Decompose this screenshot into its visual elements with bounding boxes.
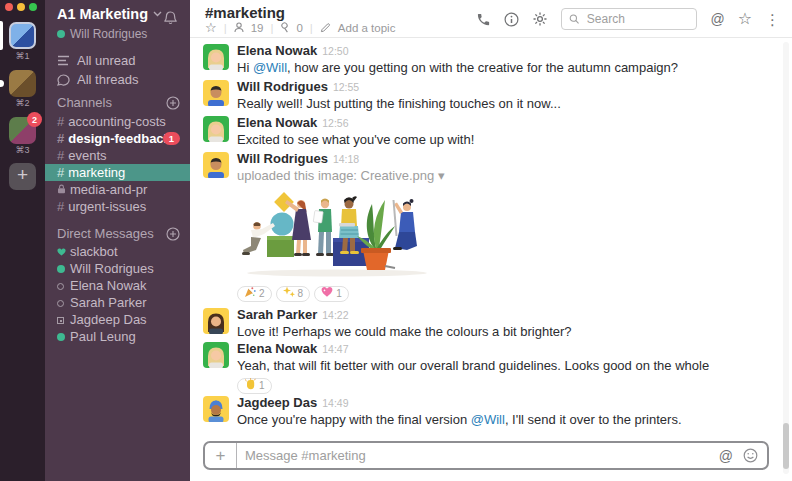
sidebar-item-dm-paul-leung[interactable]: Paul Leung: [45, 328, 190, 345]
info-icon[interactable]: [504, 12, 519, 27]
message-row: Sarah Parker14:22Love it! Perhaps we cou…: [203, 308, 572, 339]
channel-header: #marketing ☆ | 19 | 0 | Add a topic: [190, 0, 792, 38]
channel-hash-prefix: #: [57, 199, 64, 214]
scrollbar-thumb[interactable]: [783, 423, 789, 469]
avatar: [203, 342, 229, 368]
message-author[interactable]: Elena Nowak: [237, 43, 317, 58]
message-input[interactable]: [237, 448, 719, 463]
reaction-tada[interactable]: 2: [237, 286, 272, 302]
active-workspace-indicator: [0, 21, 3, 50]
composer-actions: @: [719, 448, 767, 463]
more-kebab-icon[interactable]: ⋮: [765, 12, 780, 27]
message-header: Elena Nowak14:47: [237, 342, 709, 356]
minimize-window-button[interactable]: [17, 3, 25, 11]
sidebar-item-channel-design-feedback[interactable]: #design-feedback1: [45, 130, 190, 147]
message-text-segment: , how are you getting on with the creati…: [287, 60, 678, 75]
notifications-bell-icon[interactable]: [163, 10, 178, 30]
search-input[interactable]: [585, 11, 690, 27]
star-channel-icon[interactable]: ☆: [205, 21, 217, 34]
scrollbar-track[interactable]: [783, 42, 789, 474]
message-text: Really well! Just putting the finishing …: [237, 97, 561, 111]
sidebar-item-channel-events[interactable]: #events: [45, 147, 190, 164]
add-workspace-button[interactable]: +: [9, 163, 36, 190]
sparkles-emoji: [283, 286, 295, 302]
reaction-count: 2: [259, 287, 265, 301]
message-header: Elena Nowak12:50: [237, 44, 678, 58]
workspace-icon-2[interactable]: [9, 70, 36, 97]
sidebar-item-dm-elena-nowak[interactable]: Elena Nowak: [45, 277, 190, 294]
channel-title: #marketing: [205, 4, 285, 21]
avatar: [203, 396, 229, 422]
threads-icon: [57, 74, 70, 86]
message-author[interactable]: Elena Nowak: [237, 341, 317, 356]
uploaded-image-creative-png[interactable]: [237, 192, 442, 278]
add-channel-icon[interactable]: [166, 96, 180, 110]
message-author[interactable]: Will Rodrigues: [237, 151, 328, 166]
window-controls: [5, 3, 37, 11]
reaction-clap[interactable]: 1: [237, 378, 272, 394]
sidebar-item-all-threads[interactable]: All threads: [57, 70, 138, 89]
divider: |: [310, 22, 313, 34]
message-author[interactable]: Will Rodrigues: [237, 79, 328, 94]
message-content: Elena Nowak14:47Yeah, that will fit bett…: [237, 342, 709, 394]
call-phone-icon[interactable]: [476, 12, 491, 27]
slackbot-heart-icon: [57, 248, 66, 256]
members-icon: [234, 22, 244, 33]
presence-heart-icon: [57, 243, 65, 260]
close-window-button[interactable]: [5, 3, 13, 11]
message-timestamp: 14:18: [333, 153, 359, 165]
reactions-row: 281: [237, 286, 444, 302]
sidebar-item-all-unread[interactable]: All unread: [57, 51, 138, 70]
message-composer: + @: [203, 441, 769, 470]
sidebar-item-channel-marketing[interactable]: #marketing: [45, 164, 190, 181]
mentions-at-icon[interactable]: @: [710, 12, 724, 26]
caret-down-icon[interactable]: ▾: [434, 168, 444, 183]
composer-mention-icon[interactable]: @: [719, 449, 733, 463]
add-topic-button[interactable]: Add a topic: [338, 22, 396, 34]
sidebar-item-dm-jagdeep-das[interactable]: Jagdeep Das: [45, 311, 190, 328]
add-dm-icon[interactable]: [166, 227, 180, 241]
channel-hash-prefix: #: [57, 131, 64, 146]
reaction-count: 1: [259, 379, 265, 393]
workspace-badge: 2: [27, 112, 42, 127]
sidebar: A1 Marketing Will Rodrigues All unread A…: [45, 0, 190, 481]
search-box[interactable]: [561, 8, 697, 30]
user-mention-link[interactable]: @Will: [471, 412, 505, 427]
channel-meta-row: ☆ | 19 | 0 | Add a topic: [205, 21, 395, 34]
lock-icon: [57, 184, 66, 194]
message-text-segment: Excited to see what you've come up with!: [237, 132, 474, 147]
gear-icon[interactable]: [532, 11, 548, 27]
sidebar-item-dm-sarah-parker[interactable]: Sarah Parker: [45, 294, 190, 311]
sparkling-heart-emoji: [321, 286, 333, 302]
message-author[interactable]: Elena Nowak: [237, 115, 317, 130]
channel-name: marketing: [68, 165, 125, 180]
message-header: Jagdeep Das14:49: [237, 396, 682, 410]
emoji-smiley-icon[interactable]: [743, 448, 758, 463]
dm-name: slackbot: [70, 244, 118, 259]
sidebar-item-dm-will-rodrigues[interactable]: Will Rodrigues: [45, 260, 190, 277]
message-content: Will Rodrigues14:18uploaded this image: …: [237, 152, 444, 302]
team-menu[interactable]: A1 Marketing: [57, 6, 162, 22]
message-content: Elena Nowak12:50Hi @Will, how are you ge…: [237, 44, 678, 75]
pin-count[interactable]: 0: [296, 22, 302, 34]
zoom-window-button[interactable]: [29, 3, 37, 11]
sidebar-item-channel-urgent-issues[interactable]: #urgent-issues: [45, 198, 190, 215]
message-author[interactable]: Jagdeep Das: [237, 395, 317, 410]
dm-name: Paul Leung: [70, 329, 136, 344]
reaction-sparkling-heart[interactable]: 1: [314, 286, 349, 302]
reaction-sparkles[interactable]: 8: [276, 286, 311, 302]
tada-emoji: [244, 286, 256, 302]
channel-name: urgent-issues: [68, 199, 146, 214]
sidebar-item-channel-media-and-pr[interactable]: media-and-pr: [45, 181, 190, 198]
attach-plus-button[interactable]: +: [205, 443, 237, 468]
message-author[interactable]: Sarah Parker: [237, 307, 317, 322]
current-user[interactable]: Will Rodrigues: [57, 27, 147, 41]
sidebar-item-dm-slackbot[interactable]: slackbot: [45, 243, 190, 260]
workspace-icon-1[interactable]: [9, 22, 36, 49]
pin-icon: [280, 22, 289, 34]
member-count[interactable]: 19: [251, 22, 264, 34]
starred-items-icon[interactable]: ☆: [738, 11, 752, 27]
user-mention-link[interactable]: @Will: [253, 60, 287, 75]
message-header: Will Rodrigues14:18: [237, 152, 444, 166]
sidebar-item-channel-accounting-costs[interactable]: #accounting-costs: [45, 113, 190, 130]
